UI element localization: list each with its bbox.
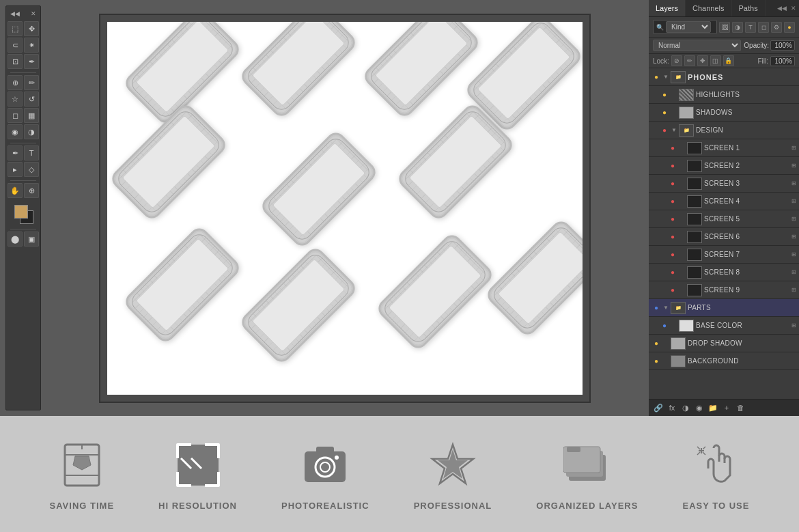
shape-tool[interactable]: ◇	[24, 162, 39, 177]
brush-tool[interactable]: ✏	[24, 75, 39, 90]
lock-position-btn[interactable]: ✥	[697, 55, 708, 66]
svg-line-22	[703, 447, 705, 449]
filter-smart-icon[interactable]: ⚙	[771, 22, 782, 33]
path-selection-tool[interactable]: ▸	[8, 162, 23, 177]
layer-eye-parts[interactable]: ●	[651, 303, 661, 313]
layer-eye-screen8[interactable]: ●	[668, 268, 677, 277]
layer-eye-screen9[interactable]: ●	[668, 285, 677, 295]
layer-eye-screen1[interactable]: ●	[668, 143, 677, 153]
layer-shadows[interactable]: ● SHADOWS	[649, 104, 799, 122]
layer-parts[interactable]: ● ▼ 📁 PARTS	[649, 299, 799, 317]
delete-layer-icon[interactable]: 🗑	[735, 402, 746, 413]
zoom-tool[interactable]: ⊕	[24, 183, 39, 198]
layer-eye-design[interactable]: ●	[660, 126, 669, 135]
lock-transparent-btn[interactable]: ⊘	[671, 55, 682, 66]
layer-eye-highlights[interactable]: ●	[660, 90, 669, 100]
filter-pixel-icon[interactable]: 🖼	[719, 22, 730, 33]
layer-eye-screen3[interactable]: ●	[668, 179, 677, 188]
link-layers-icon[interactable]: 🔗	[653, 402, 664, 413]
layer-thumb-screen4	[687, 195, 702, 208]
layer-thumb-shadows	[679, 107, 694, 119]
layer-eye-screen7[interactable]: ●	[668, 250, 677, 260]
layer-screen5[interactable]: ● SCREEN 5 ⊞	[649, 210, 799, 228]
layer-eye-screen4[interactable]: ●	[668, 197, 677, 206]
toolbox-close[interactable]: ✕	[31, 10, 36, 17]
folder-arrow-phones[interactable]: ▼	[663, 74, 669, 80]
tab-paths[interactable]: Paths	[732, 0, 766, 16]
panel-tabs: Layers Channels Paths ◀◀ ✕	[649, 0, 799, 17]
new-layer-icon[interactable]: +	[721, 402, 732, 413]
hand-tool[interactable]: ✋	[8, 183, 23, 198]
folder-arrow-parts[interactable]: ▼	[663, 305, 669, 311]
layer-phones[interactable]: ● ▼ 📁 PHONES	[649, 68, 799, 86]
new-group-icon[interactable]: 📁	[707, 402, 718, 413]
layer-name-screen6: SCREEN 6	[704, 233, 789, 240]
filter-toggle[interactable]: ●	[784, 22, 795, 33]
healing-brush-tool[interactable]: ⊕	[8, 75, 23, 90]
filter-shape-icon[interactable]: ◻	[758, 22, 769, 33]
eyedropper-tool[interactable]: ✒	[24, 54, 39, 69]
add-adjustment-icon[interactable]: ◉	[694, 402, 705, 413]
move-tool[interactable]: ✥	[24, 21, 39, 36]
opacity-input[interactable]	[770, 40, 795, 51]
layer-eye-screen5[interactable]: ●	[668, 214, 677, 224]
tab-channels[interactable]: Channels	[686, 0, 731, 16]
gradient-tool[interactable]: ▦	[24, 108, 39, 123]
layer-screen4[interactable]: ● SCREEN 4 ⊞	[649, 193, 799, 210]
layer-screen8[interactable]: ● SCREEN 8 ⊞	[649, 264, 799, 281]
history-brush-tool[interactable]: ↺	[24, 92, 39, 107]
layer-basecolor[interactable]: ● BASE COLOR ⊞	[649, 317, 799, 335]
filter-type-icon[interactable]: T	[745, 22, 756, 33]
toolbox-collapse-left[interactable]: ◀◀	[10, 10, 20, 17]
panel-collapse-left[interactable]: ◀◀	[777, 5, 787, 12]
layer-screen2[interactable]: ● SCREEN 2 ⊞	[649, 157, 799, 175]
tab-layers[interactable]: Layers	[649, 0, 686, 16]
layer-screen1[interactable]: ● SCREEN 1 ⊞	[649, 139, 799, 157]
eraser-tool[interactable]: ◻	[8, 108, 23, 123]
layer-dropshadow[interactable]: ● DROP SHADOW	[649, 335, 799, 352]
marquee-tool[interactable]: ⬚	[8, 21, 23, 36]
dodge-tool[interactable]: ◑	[24, 124, 39, 139]
pen-tool[interactable]: ✒	[8, 145, 23, 160]
layer-eye-screen6[interactable]: ●	[668, 232, 677, 242]
lasso-tool[interactable]: ⊂	[8, 38, 23, 53]
layer-search-box[interactable]: 🔍 Kind Name Effect Mode Attribute Color	[653, 20, 717, 34]
clone-stamp-tool[interactable]: ☆	[8, 92, 23, 107]
layer-eye-basecolor[interactable]: ●	[660, 321, 669, 331]
layer-eye-shadows[interactable]: ●	[660, 108, 669, 117]
screen-mode-tool[interactable]: ▣	[24, 232, 39, 247]
layer-eye-screen2[interactable]: ●	[668, 161, 677, 171]
layer-screen6[interactable]: ● SCREEN 6 ⊞	[649, 228, 799, 246]
layer-eye-background[interactable]: ●	[651, 356, 661, 366]
layer-name-highlights: HIGHLIGHTS	[696, 91, 796, 98]
layer-screen9[interactable]: ● SCREEN 9 ⊞	[649, 281, 799, 299]
layer-eye-phones[interactable]: ●	[651, 72, 661, 82]
blur-tool[interactable]: ◉	[8, 124, 23, 139]
add-mask-icon[interactable]: ◑	[680, 402, 691, 413]
folder-arrow-design[interactable]: ▼	[671, 127, 677, 133]
organized-layers-icon	[560, 438, 615, 492]
layer-eye-dropshadow[interactable]: ●	[651, 339, 661, 348]
filter-adjustment-icon[interactable]: ◑	[732, 22, 743, 33]
phone-screen-8	[136, 238, 229, 331]
layer-highlights[interactable]: ● HIGHLIGHTS	[649, 86, 799, 104]
layer-screen3[interactable]: ● SCREEN 3 ⊞	[649, 175, 799, 193]
lock-artboard-btn[interactable]: ◫	[710, 55, 721, 66]
kind-select[interactable]: Kind Name Effect Mode Attribute Color	[666, 21, 711, 33]
fill-input[interactable]	[770, 56, 795, 66]
layer-design[interactable]: ● ▼ 📁 DESIGN	[649, 122, 799, 139]
crop-tool[interactable]: ⊡	[8, 54, 23, 69]
lock-all-btn[interactable]: 🔒	[723, 55, 734, 66]
saving-time-icon	[55, 438, 109, 492]
panel-close[interactable]: ✕	[791, 5, 796, 12]
text-tool[interactable]: T	[24, 145, 39, 160]
magic-wand-tool[interactable]: ⁕	[24, 38, 39, 53]
lock-image-btn[interactable]: ✏	[684, 55, 695, 66]
blend-mode-select[interactable]: Normal Multiply Screen Overlay	[653, 40, 741, 51]
quick-mask-tool[interactable]: ⬤	[8, 232, 23, 247]
layer-background[interactable]: ● BACKGROUND	[649, 352, 799, 370]
layer-screen7[interactable]: ● SCREEN 7 ⊞	[649, 246, 799, 264]
layer-thumb-dropshadow	[671, 337, 686, 350]
add-style-icon[interactable]: fx	[667, 402, 677, 413]
background-color-swatch[interactable]	[14, 205, 28, 219]
